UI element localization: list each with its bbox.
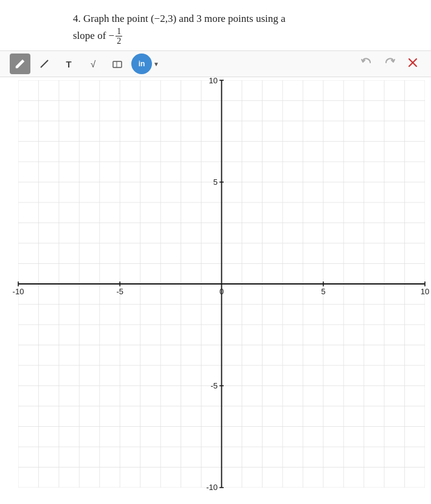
redo-button[interactable] <box>381 54 398 74</box>
y-label-5: 5 <box>213 178 218 187</box>
pencil-tool[interactable] <box>10 54 30 74</box>
y-label-neg10: -10 <box>206 483 218 491</box>
pencil-icon <box>15 58 26 69</box>
color-tool[interactable]: in <box>131 54 152 74</box>
y-label-neg5: -5 <box>210 381 218 390</box>
problem-description: Graph the point (−2,3) and 3 more points… <box>83 13 286 24</box>
eraser-tool[interactable] <box>107 54 128 74</box>
close-button[interactable] <box>404 54 421 74</box>
svg-line-0 <box>41 60 48 67</box>
problem-number: 4. <box>73 13 81 24</box>
color-tool-label: in <box>139 60 145 68</box>
text-tool-label: T <box>66 59 71 69</box>
coordinate-graph: -10 -5 0 5 10 10 5 -5 -10 <box>0 77 431 491</box>
x-label-10: 10 <box>421 287 429 296</box>
text-tool[interactable]: T <box>58 54 79 74</box>
toolbar: T √ in ▼ <box>0 50 431 77</box>
redo-icon <box>384 57 396 69</box>
line-icon <box>39 58 50 69</box>
color-tool-group: in ▼ <box>131 54 159 74</box>
sqrt-tool[interactable]: √ <box>83 54 103 74</box>
svg-rect-1 <box>113 61 122 67</box>
fraction-numerator: 1 <box>116 27 122 36</box>
line-tool[interactable] <box>34 54 55 74</box>
eraser-icon <box>112 58 123 69</box>
x-label-neg10: -10 <box>13 287 24 296</box>
sqrt-icon: √ <box>91 59 95 69</box>
x-label-5: 5 <box>321 287 325 296</box>
undo-icon <box>360 57 373 69</box>
graph-container[interactable]: -10 -5 0 5 10 10 5 -5 -10 <box>0 77 431 491</box>
fraction-denominator: 2 <box>116 36 122 46</box>
x-label-neg5: -5 <box>116 287 123 296</box>
toolbar-right <box>358 54 421 74</box>
slope-prefix: slope of − <box>73 29 114 41</box>
x-label-0: 0 <box>219 287 224 296</box>
color-dropdown-arrow[interactable]: ▼ <box>153 61 159 67</box>
close-icon <box>407 57 419 69</box>
problem-text: 4. Graph the point (−2,3) and 3 more poi… <box>0 0 431 50</box>
y-label-10: 10 <box>209 77 218 85</box>
slope-fraction: 12 <box>116 27 122 46</box>
undo-button[interactable] <box>358 54 375 74</box>
